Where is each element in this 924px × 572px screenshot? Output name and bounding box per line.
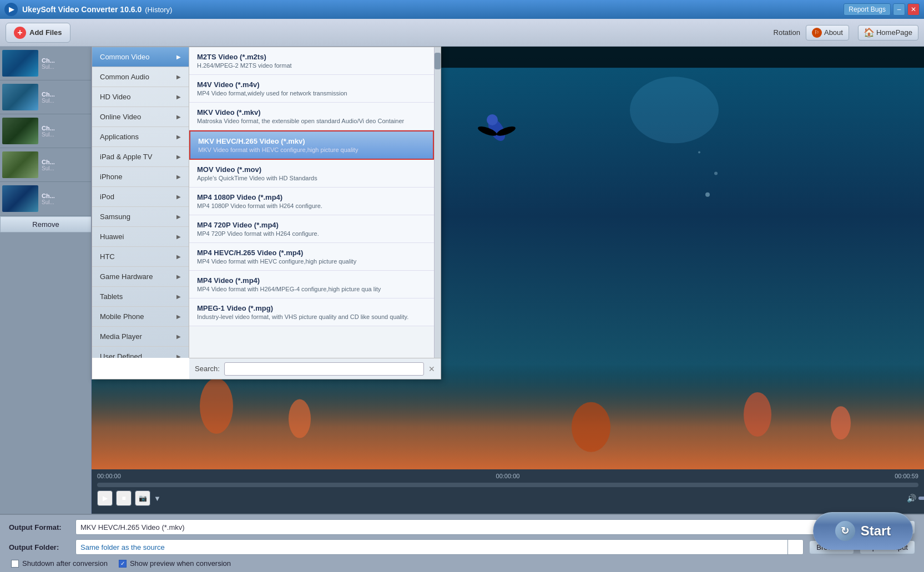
category-item-samsung[interactable]: Samsung ▶ bbox=[92, 207, 189, 227]
list-item[interactable]: Ch... Sul... bbox=[0, 148, 91, 182]
category-item-common-audio[interactable]: Common Audio ▶ bbox=[92, 67, 189, 87]
category-item-media-player[interactable]: Media Player ▶ bbox=[92, 327, 189, 347]
output-folder-box[interactable]: Same folder as the source ▼ bbox=[75, 539, 804, 555]
homepage-button[interactable]: 🏠 HomePage bbox=[858, 25, 918, 41]
format-desc: Matroska Video format, the extensible op… bbox=[197, 118, 426, 124]
category-item-hd-video[interactable]: HD Video ▶ bbox=[92, 87, 189, 107]
category-item-common-video[interactable]: Common Video ▶ bbox=[92, 47, 189, 67]
home-icon: 🏠 bbox=[864, 28, 874, 38]
search-clear-icon[interactable]: ✕ bbox=[428, 365, 435, 373]
chevron-right-icon: ▶ bbox=[176, 134, 181, 140]
file-thumbnail bbox=[2, 151, 38, 178]
format-item-mp4-hevc[interactable]: MP4 HEVC/H.265 Video (*.mp4) MP4 Video f… bbox=[189, 243, 434, 271]
remove-button[interactable]: Remove bbox=[0, 216, 92, 232]
svg-point-14 bbox=[698, 151, 700, 154]
list-item[interactable]: Ch... Sul... bbox=[0, 182, 91, 216]
shutdown-label: Shutdown after conversion bbox=[22, 559, 108, 568]
output-format-box[interactable]: MKV HEVC/H.265 Video (*.mkv) ▲ bbox=[75, 519, 843, 535]
chevron-right-icon: ▶ bbox=[176, 234, 181, 240]
cat-label: User Defined bbox=[100, 352, 142, 358]
shutdown-checkbox-item: Shutdown after conversion bbox=[11, 559, 108, 568]
cat-label: Common Video bbox=[100, 53, 149, 61]
category-item-online-video[interactable]: Online Video ▶ bbox=[92, 107, 189, 127]
close-button[interactable]: ✕ bbox=[907, 3, 920, 16]
chevron-right-icon: ▶ bbox=[176, 74, 181, 80]
video-controls: 00:00:00 00:00:00 00:00:59 ▶ ■ 📷 ▼ 🔊 bbox=[92, 469, 924, 514]
start-button[interactable]: ↻ Start bbox=[813, 512, 913, 550]
format-item-mpeg1[interactable]: MPEG-1 Video (*.mpg) Industry-level vide… bbox=[189, 298, 434, 326]
chevron-right-icon: ▶ bbox=[176, 254, 181, 260]
output-folder-label: Output Folder: bbox=[9, 543, 70, 551]
chevron-right-icon: ▶ bbox=[176, 333, 181, 340]
format-title: MP4 HEVC/H.265 Video (*.mp4) bbox=[197, 249, 426, 257]
list-item[interactable]: Ch... Sul... bbox=[0, 80, 91, 114]
homepage-label: HomePage bbox=[876, 28, 912, 37]
category-item-ipad[interactable]: iPad & Apple TV ▶ bbox=[92, 147, 189, 167]
file-thumbnail bbox=[2, 118, 38, 144]
svg-point-13 bbox=[714, 172, 718, 175]
play-button[interactable]: ▶ bbox=[97, 490, 113, 506]
scroll-thumb[interactable] bbox=[435, 53, 441, 69]
output-folder-dropdown-arrow[interactable]: ▼ bbox=[787, 540, 803, 554]
time-start: 00:00:00 bbox=[97, 473, 121, 479]
format-item-m4v[interactable]: M4V Video (*.m4v) MP4 Video format,widel… bbox=[189, 75, 434, 103]
format-title: MP4 1080P Video (*.mp4) bbox=[197, 193, 426, 201]
category-item-game-hardware[interactable]: Game Hardware ▶ bbox=[92, 267, 189, 287]
about-button[interactable]: ⚐ About bbox=[806, 25, 849, 41]
file-name: Ch... bbox=[42, 193, 55, 199]
report-bugs-button[interactable]: Report Bugs bbox=[844, 3, 891, 16]
category-item-huawei[interactable]: Huawei ▶ bbox=[92, 227, 189, 247]
category-item-mobile-phone[interactable]: Mobile Phone ▶ bbox=[92, 307, 189, 327]
category-item-iphone[interactable]: iPhone ▶ bbox=[92, 167, 189, 187]
format-title: MKV Video (*.mkv) bbox=[197, 108, 426, 117]
svg-point-12 bbox=[705, 193, 710, 197]
format-title: MP4 Video (*.mp4) bbox=[197, 276, 426, 285]
category-item-tablets[interactable]: Tablets ▶ bbox=[92, 287, 189, 307]
search-bar: Search: ✕ bbox=[189, 358, 441, 379]
preview-checkbox[interactable]: ✓ bbox=[119, 560, 127, 568]
time-end: 00:00:59 bbox=[895, 473, 918, 479]
format-item-mkv-hevc[interactable]: MKV HEVC/H.265 Video (*.mkv) MKV Video f… bbox=[189, 130, 434, 160]
format-item-mp4[interactable]: MP4 Video (*.mp4) MP4 Video format with … bbox=[189, 271, 434, 298]
volume-slider[interactable] bbox=[918, 497, 924, 500]
file-list: Ch... Sul... Ch... Sul... Ch... Sul... bbox=[0, 47, 92, 514]
app-body: + Add Files Rotation ⚐ About 🏠 HomePage … bbox=[0, 19, 924, 572]
time-mid: 00:00:00 bbox=[496, 473, 520, 479]
timeline-bar[interactable] bbox=[97, 483, 918, 487]
file-name: Ch... bbox=[42, 159, 55, 165]
format-item-mp4-1080p[interactable]: MP4 1080P Video (*.mp4) MP4 1080P Video … bbox=[189, 188, 434, 215]
svg-point-1 bbox=[630, 77, 719, 143]
chevron-right-icon: ▶ bbox=[176, 174, 181, 180]
category-item-user-defined[interactable]: User Defined ▶ bbox=[92, 347, 189, 358]
add-files-button[interactable]: + Add Files bbox=[6, 23, 70, 43]
list-item[interactable]: Ch... Sul... bbox=[0, 114, 91, 148]
formats-scrollbar[interactable] bbox=[434, 47, 441, 358]
snapshot-button[interactable]: 📷 bbox=[135, 490, 150, 506]
volume-fill bbox=[918, 497, 924, 500]
chevron-right-icon: ▶ bbox=[176, 154, 181, 160]
cat-label: Online Video bbox=[100, 113, 141, 121]
format-item-mp4-720p[interactable]: MP4 720P Video (*.mp4) MP4 720P Video fo… bbox=[189, 215, 434, 243]
checkbox-row: Shutdown after conversion ✓ Show preview… bbox=[9, 559, 915, 568]
category-item-ipod[interactable]: iPod ▶ bbox=[92, 187, 189, 207]
shutdown-checkbox[interactable] bbox=[11, 560, 19, 568]
volume-control: 🔊 bbox=[907, 494, 918, 503]
category-item-applications[interactable]: Applications ▶ bbox=[92, 127, 189, 147]
stop-button[interactable]: ■ bbox=[116, 490, 132, 506]
rotation-label: Rotation bbox=[774, 28, 800, 37]
format-item-mkv[interactable]: MKV Video (*.mkv) Matroska Video format,… bbox=[189, 103, 434, 130]
list-item[interactable]: Ch... Sul... bbox=[0, 47, 91, 80]
format-desc: MP4 1080P Video format with H264 configu… bbox=[197, 203, 426, 209]
svg-point-3 bbox=[200, 378, 233, 434]
format-title: MPEG-1 Video (*.mpg) bbox=[197, 304, 426, 312]
app-logo: ▶ bbox=[4, 3, 18, 16]
snapshot-arrow[interactable]: ▼ bbox=[154, 494, 161, 503]
format-item-mov[interactable]: MOV Video (*.mov) Apple's QuickTime Vide… bbox=[189, 160, 434, 188]
minimize-button[interactable]: – bbox=[893, 3, 905, 16]
cat-label: Tablets bbox=[100, 292, 123, 301]
chevron-right-icon: ▶ bbox=[176, 54, 181, 60]
search-input[interactable] bbox=[224, 362, 424, 376]
format-item-m2ts[interactable]: M2TS Video (*.m2ts) H.264/MPEG-2 M2TS vi… bbox=[189, 47, 434, 75]
format-title: MP4 720P Video (*.mp4) bbox=[197, 221, 426, 229]
category-item-htc[interactable]: HTC ▶ bbox=[92, 247, 189, 267]
